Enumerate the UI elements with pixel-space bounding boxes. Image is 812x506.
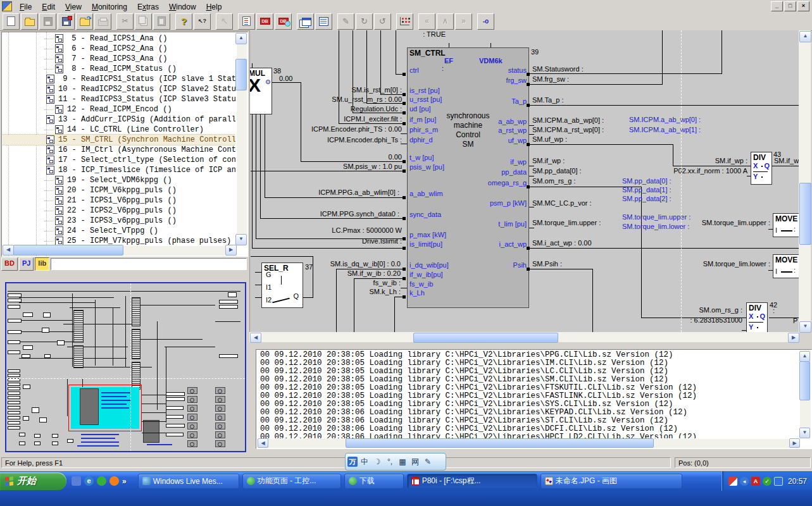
div-block-43[interactable]: DIV X Q Y <box>751 152 772 185</box>
taskbar-task-3[interactable]: 下载 <box>344 474 404 489</box>
ime-punctuation-icon[interactable]: °, <box>384 456 396 467</box>
ime-tools-icon[interactable]: ✎ <box>422 456 434 467</box>
log-scroll-down-button[interactable]: ▼ <box>799 428 810 438</box>
messenger-icon[interactable] <box>72 476 81 486</box>
menu-window[interactable]: Window <box>164 2 201 12</box>
taskbar-task-5[interactable]: 未命名.JPG - 画图 <box>540 474 682 489</box>
search-input[interactable] <box>51 258 247 270</box>
tree-scroll-right-button[interactable]: ▶ <box>225 245 237 256</box>
new-button[interactable] <box>3 13 20 30</box>
menu-monitoring[interactable]: Monitoring <box>87 2 132 12</box>
log-scroll-up-button[interactable]: ▲ <box>799 351 810 362</box>
tree-item-10[interactable]: 10 - ReadICPS2_Status (ICP Slave2 Status… <box>3 84 235 94</box>
tree-item-17[interactable]: 17 - Select_ctrl_type (Selection of cont… <box>3 155 235 165</box>
ime-web-icon[interactable]: 网 <box>409 456 421 467</box>
tree-item-6[interactable]: 6 - Read_ICPS2_Ana () <box>3 44 235 54</box>
move-block-upper[interactable]: MOVE I : <box>773 213 799 237</box>
help-button[interactable]: ? <box>175 13 192 30</box>
log-hscroll-thumb[interactable] <box>346 438 654 448</box>
start-button[interactable]: 开始 <box>0 472 66 490</box>
collapse-tray-icon[interactable]: ◂ <box>740 477 749 486</box>
tree-item-15[interactable]: 15 - SM_CTRL (Synchron Machine Controlle… <box>3 135 235 145</box>
context-help-button[interactable]: ↖? <box>194 13 211 30</box>
pin-if_w_ib[pu]: if_w_ib[pu] <box>409 271 443 278</box>
canvas-scroll-down-button[interactable]: ▼ <box>799 321 811 333</box>
tree-item-23[interactable]: 23 - ICPS3_v6ppg_puls () <box>3 216 235 226</box>
ime-halfmoon-icon[interactable]: ☽ <box>372 456 383 467</box>
tree-item-9[interactable]: 9 - ReadICPS1_Status (ICP slave 1 Status… <box>3 74 235 84</box>
network-icon[interactable] <box>774 477 783 486</box>
tree-item-12[interactable]: 12 - Read_ICPM_Encod () <box>3 104 235 114</box>
tree-item-5[interactable]: 5 - Read_ICPS1_Ana () <box>3 34 235 44</box>
tree-hscroll-thumb[interactable] <box>13 245 123 256</box>
acrobat-icon[interactable]: A <box>751 477 760 486</box>
tile-windows-button[interactable] <box>297 13 314 30</box>
matrix-button[interactable] <box>396 13 413 30</box>
ime-softkeyboard-icon[interactable]: ▦ <box>397 456 408 467</box>
tree-item-21[interactable]: 21 - ICPS1_V6ppg_puls () <box>3 195 235 206</box>
tree-scroll-up-button[interactable]: ▲ <box>235 33 247 44</box>
antivirus-shield-icon[interactable]: ✓ <box>763 477 771 486</box>
menu-help[interactable]: Help <box>201 2 227 12</box>
signal-list-button[interactable] <box>238 13 255 30</box>
menu-view[interactable]: View <box>60 2 87 12</box>
database-online-button[interactable]: DB <box>275 13 292 30</box>
tree-item-16[interactable]: 16 - IM_Ctrl (Asynchronous Machine Contr… <box>3 145 235 155</box>
tree-scroll-down-button[interactable]: ▼ <box>235 234 247 245</box>
ime-logo-icon[interactable]: 万 <box>347 457 358 467</box>
orange-app-icon[interactable] <box>109 476 119 486</box>
save-block-button[interactable] <box>58 13 75 30</box>
tree-item-24[interactable]: 24 - Select_VTppg () <box>3 226 235 236</box>
taskbar-task-2[interactable]: 功能页面 - 工控... <box>242 474 341 489</box>
log-scroll-right-button[interactable]: ▶ <box>789 438 800 448</box>
sogou-ime-icon[interactable] <box>728 477 737 486</box>
canvas-vscroll-thumb[interactable] <box>799 183 811 245</box>
canvas-scroll-up-button[interactable]: ▲ <box>799 31 811 42</box>
tree-item-19[interactable]: 19 - Select_VDM6kppg () <box>3 175 235 185</box>
ie-icon[interactable]: e <box>84 476 94 486</box>
tab-pj[interactable]: PJ <box>19 257 34 271</box>
mul-block[interactable]: MUL X <box>249 68 272 114</box>
key-button[interactable]: -o <box>477 13 494 30</box>
ime-language-bar[interactable]: 万中☽°,▦网✎ <box>345 453 446 471</box>
taskbar-task-1[interactable]: Windows Live Mes... <box>138 474 239 489</box>
tree-vscroll-thumb[interactable] <box>235 59 247 90</box>
menu-edit[interactable]: Edit <box>37 2 60 12</box>
log-vscroll-thumb[interactable] <box>799 361 810 400</box>
tab-bd[interactable]: BD <box>1 257 18 271</box>
open-button[interactable] <box>21 13 38 30</box>
taskbar-task-4[interactable]: P80i - [F:\csp程... <box>407 474 537 489</box>
ime-chinese-icon[interactable]: 中 <box>359 456 370 467</box>
menu-extras[interactable]: Extras <box>132 2 164 12</box>
move-block-lower[interactable]: MOVE I : <box>773 254 799 278</box>
green-app-icon[interactable] <box>97 476 106 486</box>
close-button[interactable]: × <box>797 1 809 11</box>
diagram-canvas[interactable]: MUL X SM_CTRL EF VDM6k synchronous machi… <box>249 30 799 332</box>
database-button[interactable]: DB <box>256 13 273 30</box>
tree-scroll-left-button[interactable]: ◀ <box>3 245 14 256</box>
output-log[interactable]: 00 09.12.2010 20:38:05 Loading library C… <box>256 349 812 449</box>
tree-item-8[interactable]: 8 - Read_ICPM_Status () <box>3 64 235 74</box>
tree-item-20[interactable]: 20 - ICPM_V6kppg_puls () <box>3 185 235 195</box>
tree-item-7[interactable]: 7 - Read_ICPS3_Ana () <box>3 54 235 64</box>
canvas-scroll-left-button[interactable]: ◀ <box>250 333 261 343</box>
canvas-hscroll-thumb[interactable] <box>413 333 558 343</box>
div-block-42[interactable]: DIV X Q Y <box>746 302 768 332</box>
tree-item-25[interactable]: 25 - ICPM_V7kppg_puls (phase pulses) <box>3 236 235 245</box>
minimize-button[interactable]: _ <box>771 1 783 11</box>
canvas-vscrollbar[interactable] <box>799 30 811 332</box>
tree-item-14[interactable]: 14 - LC_CTRL (Line Controller) <box>3 125 235 135</box>
overview-panel[interactable] <box>5 282 246 452</box>
log-scroll-left-button[interactable]: ◀ <box>258 438 268 448</box>
quick-launch-more[interactable]: » <box>122 477 127 486</box>
tree-item-13[interactable]: 13 - AddCurr_ICPSig (Addition of paralle… <box>3 114 235 125</box>
menu-file[interactable]: File <box>15 2 37 12</box>
tree-item-18[interactable]: 18 - ICP_Timeslice (Timeslice of ICP and… <box>3 165 235 175</box>
canvas-scroll-right-button[interactable]: ▶ <box>788 333 799 343</box>
tree-item-11[interactable]: 11 - ReadICPS3_Status (ICP Slave3 Status… <box>3 94 235 104</box>
restore-button[interactable]: □ <box>784 1 796 11</box>
tree-item-22[interactable]: 22 - ICPS2_V6ppg_puls () <box>3 206 235 216</box>
detail-view-button[interactable] <box>315 13 332 30</box>
load-block-button[interactable] <box>76 13 93 30</box>
tab-lib[interactable]: lib <box>35 257 49 271</box>
